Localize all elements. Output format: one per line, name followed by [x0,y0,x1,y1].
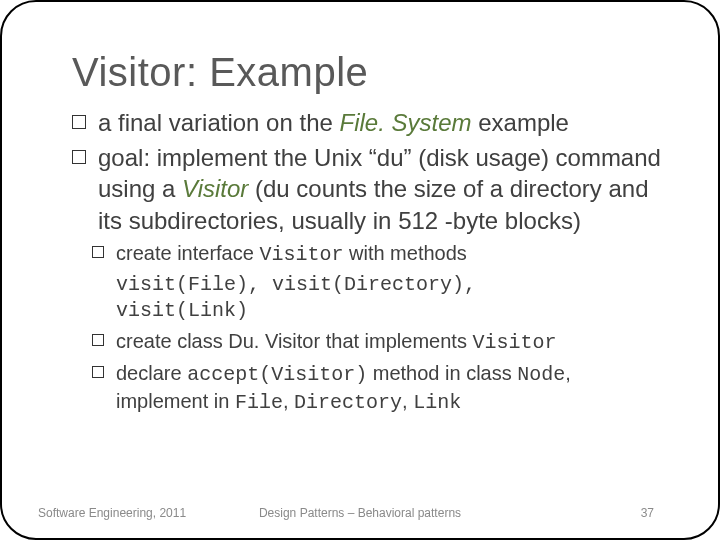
text-mono: Directory [294,391,402,414]
text: , [283,390,294,412]
bullet-sub-1: create interface Visitor with methods [92,240,668,268]
bullet-square-icon [92,334,104,346]
text: method in class [367,362,517,384]
code-line: visit(File), visit(Directory), [116,272,668,298]
bullet-sub-2: create class Du. Visitor that implements… [92,328,668,356]
text: a final variation on the [98,109,340,136]
bullet-sub-3: declare accept(Visitor) method in class … [92,360,668,416]
code-line: visit(Link) [116,298,668,324]
text-mono: Node [517,363,565,386]
text-mono: accept(Visitor) [187,363,367,386]
bullet-main-1: a final variation on the File. System ex… [72,107,668,138]
text: with methods [343,242,466,264]
bullet-square-icon [72,115,86,129]
text-mono: Visitor [472,331,556,354]
text: , [402,390,413,412]
footer-page-number: 37 [641,506,654,520]
slide-title: Visitor: Example [72,50,668,95]
text: create class Du. Visitor that implements [116,330,472,352]
text: create interface [116,242,259,264]
bullet-main-2: goal: implement the Unix “du” (disk usag… [72,142,668,236]
text-mono: Link [413,391,461,414]
bullet-square-icon [92,366,104,378]
slide-frame: Visitor: Example a final variation on th… [0,0,720,540]
text: declare [116,362,187,384]
slide-content: a final variation on the File. System ex… [72,107,668,416]
bullet-square-icon [92,246,104,258]
text-mono: Visitor [259,243,343,266]
footer-center: Design Patterns – Behavioral patterns [2,506,718,520]
bullet-square-icon [72,150,86,164]
text: example [472,109,569,136]
text-mono: File [235,391,283,414]
text-italic: File. System [340,109,472,136]
text-italic: Visitor [182,175,248,202]
